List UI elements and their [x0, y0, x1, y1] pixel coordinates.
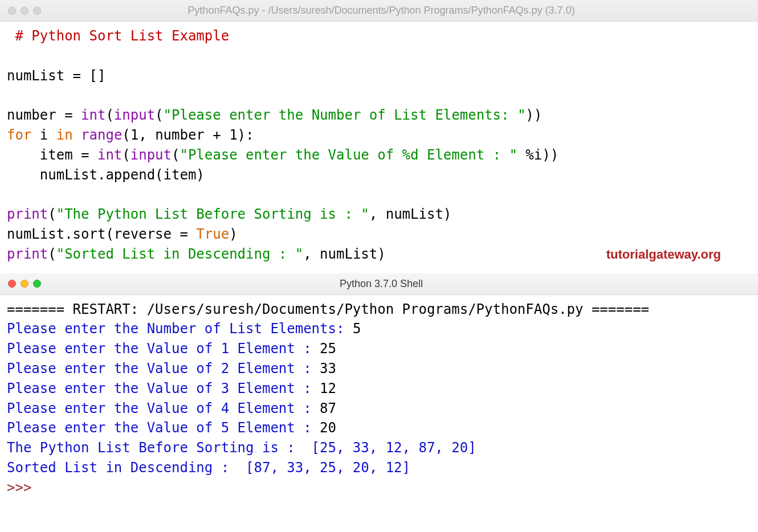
editor-titlebar[interactable]: PythonFAQs.py - /Users/suresh/Documents/…: [0, 0, 758, 22]
shell-line: Please enter the Value of 5 Element : 20: [7, 418, 751, 438]
shell-output-line: The Python List Before Sorting is : [25,…: [7, 438, 751, 458]
code-line: item = int(input("Please enter the Value…: [7, 145, 751, 165]
shell-title: Python 3.7.0 Shell: [52, 278, 710, 290]
code-comment: # Python Sort List Example: [7, 28, 229, 44]
shell-output[interactable]: ======= RESTART: /Users/suresh/Documents…: [0, 295, 758, 502]
minimize-icon[interactable]: [21, 7, 28, 15]
restart-line: ======= RESTART: /Users/suresh/Documents…: [7, 300, 751, 320]
shell-titlebar[interactable]: Python 3.7.0 Shell: [0, 273, 758, 295]
blank-line: [7, 85, 751, 105]
editor-window: PythonFAQs.py - /Users/suresh/Documents/…: [0, 0, 758, 267]
code-line: print("The Python List Before Sorting is…: [7, 204, 751, 224]
shell-line: Please enter the Number of List Elements…: [7, 319, 751, 339]
code-line: number = int(input("Please enter the Num…: [7, 105, 751, 125]
close-icon[interactable]: [8, 280, 16, 288]
shell-prompt[interactable]: >>>: [7, 478, 751, 498]
traffic-lights-editor: [8, 7, 41, 15]
code-line: numList = []: [7, 66, 751, 86]
code-line: for i in range(1, number + 1):: [7, 125, 751, 145]
maximize-icon[interactable]: [33, 280, 41, 288]
close-icon[interactable]: [8, 7, 16, 15]
shell-window: Python 3.7.0 Shell ======= RESTART: /Use…: [0, 273, 758, 502]
blank-line: [7, 46, 751, 66]
code-editor[interactable]: # Python Sort List Example numList = [] …: [0, 22, 758, 267]
shell-line: Please enter the Value of 3 Element : 12: [7, 379, 751, 399]
blank-line: [7, 185, 751, 204]
code-line: numList.sort(reverse = True): [7, 224, 751, 244]
traffic-lights-shell: [8, 280, 41, 288]
maximize-icon[interactable]: [33, 7, 41, 15]
shell-output-line: Sorted List in Descending : [87, 33, 25,…: [7, 458, 751, 478]
code-line: numList.append(item): [7, 165, 751, 185]
minimize-icon[interactable]: [21, 280, 28, 288]
shell-line: Please enter the Value of 2 Element : 33: [7, 359, 751, 379]
shell-line: Please enter the Value of 1 Element : 25: [7, 339, 751, 359]
shell-line: Please enter the Value of 4 Element : 87: [7, 399, 751, 419]
watermark: tutorialgateway.org: [606, 247, 721, 262]
editor-title: PythonFAQs.py - /Users/suresh/Documents/…: [52, 5, 710, 17]
